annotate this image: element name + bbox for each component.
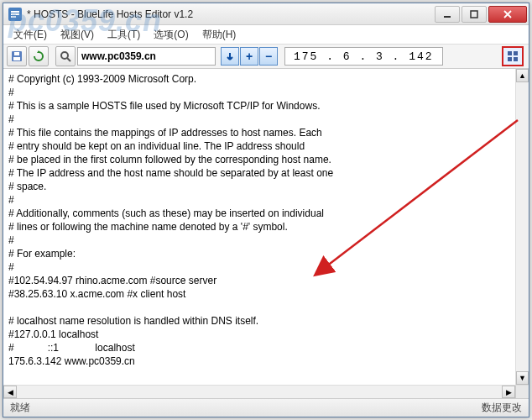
svg-rect-5 — [471, 11, 477, 18]
minimize-button[interactable] — [435, 6, 460, 23]
app-window: * HOSTS - BlueLife Hosts Editor v1.2 文件(… — [3, 3, 529, 417]
scroll-left-icon[interactable]: ◀ — [3, 386, 17, 398]
grid-view-button[interactable] — [502, 46, 524, 66]
titlebar[interactable]: * HOSTS - BlueLife Hosts Editor v1.2 — [3, 3, 529, 25]
menu-tools[interactable]: 工具(T) — [102, 26, 145, 44]
svg-point-9 — [61, 52, 68, 59]
plus-icon[interactable]: + — [240, 47, 258, 66]
save-icon[interactable] — [7, 46, 27, 66]
close-button[interactable] — [488, 6, 527, 23]
scroll-down-icon[interactable]: ▼ — [516, 371, 529, 385]
app-icon — [8, 8, 22, 21]
menu-file[interactable]: 文件(E) — [8, 26, 52, 44]
svg-rect-8 — [14, 52, 19, 55]
menubar: 文件(E) 视图(V) 工具(T) 选项(O) 帮助(H) — [3, 25, 529, 44]
hosts-text-editor[interactable] — [3, 69, 515, 385]
svg-line-10 — [67, 58, 70, 61]
svg-rect-11 — [508, 51, 512, 55]
domain-input[interactable] — [77, 47, 216, 66]
svg-rect-2 — [11, 13, 19, 15]
maximize-button[interactable] — [462, 6, 487, 23]
menu-help[interactable]: 帮助(H) — [197, 26, 242, 44]
scroll-up-icon[interactable]: ▲ — [516, 69, 529, 82]
window-title: * HOSTS - BlueLife Hosts Editor v1.2 — [27, 8, 435, 20]
statusbar: 就绪 数据更改 — [3, 398, 529, 417]
svg-rect-14 — [514, 57, 518, 61]
toolbar: + − 175 . 6 . 3 . 142 — [3, 44, 529, 69]
refresh-icon[interactable] — [29, 46, 49, 66]
vertical-scrollbar[interactable]: ▲ ▼ — [515, 69, 529, 385]
content-area: ▲ ▼ — [3, 69, 529, 385]
svg-rect-4 — [444, 16, 451, 18]
status-left: 就绪 — [10, 401, 30, 415]
svg-rect-13 — [508, 57, 512, 61]
ip-input[interactable]: 175 . 6 . 3 . 142 — [284, 47, 443, 66]
arrow-down-icon[interactable] — [221, 47, 239, 66]
scroll-right-icon[interactable]: ▶ — [502, 386, 515, 398]
svg-rect-1 — [11, 11, 19, 13]
search-icon[interactable] — [55, 46, 76, 66]
menu-options[interactable]: 选项(O) — [149, 26, 193, 44]
minus-icon[interactable]: − — [259, 47, 278, 66]
svg-rect-7 — [13, 57, 20, 60]
status-right: 数据更改 — [482, 401, 522, 415]
svg-rect-12 — [514, 51, 518, 55]
svg-rect-3 — [11, 16, 16, 18]
horizontal-scrollbar[interactable]: ◀ ▶ — [3, 385, 529, 398]
menu-view[interactable]: 视图(V) — [55, 26, 99, 44]
